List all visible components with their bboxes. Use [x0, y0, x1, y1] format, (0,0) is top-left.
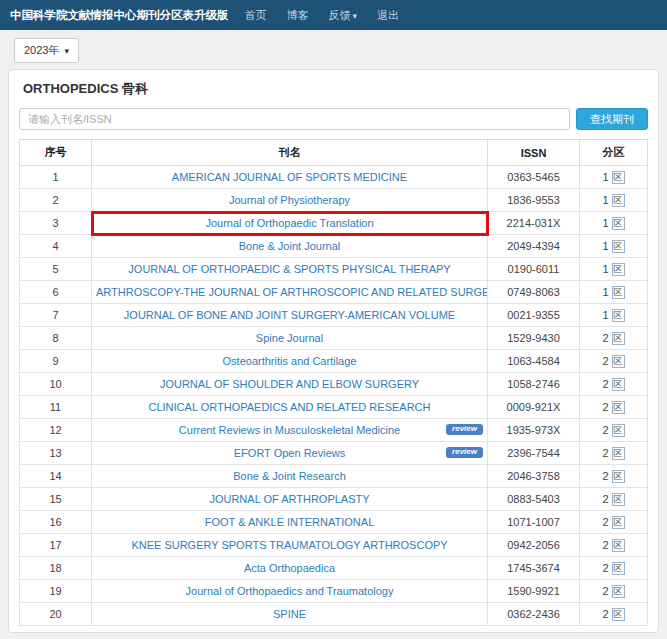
journal-link[interactable]: AMERICAN JOURNAL OF SPORTS MEDICINE — [172, 171, 407, 183]
row-index-cell: 2 — [20, 189, 92, 212]
partition-cell: 1区 — [580, 235, 648, 258]
partition-cell: 2区 — [580, 603, 648, 626]
partition-unit: 区 — [612, 309, 625, 322]
issn-cell: 0942-2056 — [488, 534, 580, 557]
row-index-cell: 12 — [20, 419, 92, 442]
row-index-cell: 8 — [20, 327, 92, 350]
table-row: 7 JOURNAL OF BONE AND JOINT SURGERY-AMER… — [20, 304, 648, 327]
partition-unit: 区 — [612, 240, 625, 253]
table-row: 19 Journal of Orthopaedics and Traumatol… — [20, 580, 648, 603]
journal-link[interactable]: Spine Journal — [256, 332, 323, 344]
search-input[interactable] — [19, 108, 570, 130]
journal-name-cell: Journal of Orthopaedic Translation — [92, 212, 488, 235]
issn-cell: 1063-4584 — [488, 350, 580, 373]
journal-link[interactable]: Current Reviews in Musculoskeletal Medic… — [179, 424, 400, 436]
journal-name-cell: Bone & Joint Research — [92, 465, 488, 488]
journal-name-cell: SPINE — [92, 603, 488, 626]
partition-unit: 区 — [612, 401, 625, 414]
journal-link[interactable]: ARTHROSCOPY-THE JOURNAL OF ARTHROSCOPIC … — [96, 286, 488, 298]
row-index-cell: 10 — [20, 373, 92, 396]
review-badge: review — [446, 447, 483, 458]
issn-cell: 0362-2436 — [488, 603, 580, 626]
issn-cell: 0883-5403 — [488, 488, 580, 511]
navbar-brand[interactable]: 中国科学院文献情报中心期刊分区表升级版 — [10, 8, 229, 23]
journal-link[interactable]: CLINICAL ORTHOPAEDICS AND RELATED RESEAR… — [149, 401, 431, 413]
table-row: 16 FOOT & ANKLE INTERNATIONAL 1071-1007 … — [20, 511, 648, 534]
issn-cell: 1529-9430 — [488, 327, 580, 350]
issn-cell: 1590-9921 — [488, 580, 580, 603]
table-row: 11 CLINICAL ORTHOPAEDICS AND RELATED RES… — [20, 396, 648, 419]
row-index-cell: 20 — [20, 603, 92, 626]
partition-cell: 2区 — [580, 557, 648, 580]
partition-number: 2 — [602, 608, 608, 620]
partition-unit: 区 — [612, 194, 625, 207]
journal-link[interactable]: JOURNAL OF BONE AND JOINT SURGERY-AMERIC… — [124, 309, 455, 321]
top-navbar: 中国科学院文献情报中心期刊分区表升级版 首页 博客 反馈▾ 退出 — [0, 0, 667, 30]
year-selector-button[interactable]: 2023年 ▾ — [14, 38, 79, 63]
table-row: 12 Current Reviews in Musculoskeletal Me… — [20, 419, 648, 442]
nav-item-home[interactable]: 首页 — [245, 8, 267, 23]
journal-name-cell: JOURNAL OF BONE AND JOINT SURGERY-AMERIC… — [92, 304, 488, 327]
issn-cell: 2046-3758 — [488, 465, 580, 488]
search-bar: 查找期刊 — [19, 108, 648, 130]
partition-number: 1 — [602, 240, 608, 252]
partition-unit: 区 — [612, 516, 625, 529]
header-journal-name: 刊名 — [92, 140, 488, 166]
row-index-cell: 11 — [20, 396, 92, 419]
journal-link[interactable]: JOURNAL OF ORTHOPAEDIC & SPORTS PHYSICAL… — [128, 263, 450, 275]
journal-name-cell: EFORT Open Reviews review — [92, 442, 488, 465]
partition-number: 2 — [602, 585, 608, 597]
partition-cell: 2区 — [580, 327, 648, 350]
journal-name-cell: KNEE SURGERY SPORTS TRAUMATOLOGY ARTHROS… — [92, 534, 488, 557]
row-index-cell: 17 — [20, 534, 92, 557]
partition-number: 1 — [602, 217, 608, 229]
partition-cell: 2区 — [580, 442, 648, 465]
issn-cell: 1745-3674 — [488, 557, 580, 580]
journal-link[interactable]: Journal of Orthopaedic Translation — [205, 217, 373, 229]
journal-link[interactable]: JOURNAL OF ARTHROPLASTY — [209, 493, 369, 505]
row-index-cell: 16 — [20, 511, 92, 534]
journal-name-cell: Current Reviews in Musculoskeletal Medic… — [92, 419, 488, 442]
table-row: 3 Journal of Orthopaedic Translation 221… — [20, 212, 648, 235]
partition-number: 2 — [602, 424, 608, 436]
chevron-down-icon: ▾ — [353, 11, 358, 21]
journal-link[interactable]: Journal of Orthopaedics and Traumatology — [186, 585, 394, 597]
row-index-cell: 18 — [20, 557, 92, 580]
journal-table: 序号 刊名 ISSN 分区 1 AMERICAN JOURNAL OF SPOR… — [19, 139, 648, 626]
table-row: 1 AMERICAN JOURNAL OF SPORTS MEDICINE 03… — [20, 166, 648, 189]
journal-link[interactable]: JOURNAL OF SHOULDER AND ELBOW SURGERY — [160, 378, 419, 390]
partition-cell: 2区 — [580, 511, 648, 534]
nav-item-logout[interactable]: 退出 — [377, 8, 399, 23]
journal-link[interactable]: EFORT Open Reviews — [234, 447, 345, 459]
journal-link[interactable]: Bone & Joint Research — [233, 470, 346, 482]
journal-link[interactable]: Osteoarthritis and Cartilage — [223, 355, 357, 367]
journal-link[interactable]: Journal of Physiotherapy — [229, 194, 350, 206]
journal-link[interactable]: KNEE SURGERY SPORTS TRAUMATOLOGY ARTHROS… — [131, 539, 447, 551]
table-row: 5 JOURNAL OF ORTHOPAEDIC & SPORTS PHYSIC… — [20, 258, 648, 281]
table-row: 20 SPINE 0362-2436 2区 — [20, 603, 648, 626]
journal-name-cell: Spine Journal — [92, 327, 488, 350]
table-row: 15 JOURNAL OF ARTHROPLASTY 0883-5403 2区 — [20, 488, 648, 511]
partition-unit: 区 — [612, 539, 625, 552]
partition-cell: 1区 — [580, 189, 648, 212]
nav-item-feedback[interactable]: 反馈▾ — [329, 8, 358, 23]
journal-link[interactable]: FOOT & ANKLE INTERNATIONAL — [205, 516, 375, 528]
partition-number: 1 — [602, 263, 608, 275]
year-selector-label: 2023年 — [24, 44, 59, 56]
journal-link[interactable]: Bone & Joint Journal — [239, 240, 341, 252]
partition-cell: 1区 — [580, 281, 648, 304]
search-journal-button[interactable]: 查找期刊 — [576, 108, 648, 130]
journal-name-cell: JOURNAL OF ARTHROPLASTY — [92, 488, 488, 511]
table-row: 10 JOURNAL OF SHOULDER AND ELBOW SURGERY… — [20, 373, 648, 396]
page-title: ORTHOPEDICS 骨科 — [23, 80, 648, 98]
row-index-cell: 3 — [20, 212, 92, 235]
issn-cell: 2214-031X — [488, 212, 580, 235]
journal-name-cell: CLINICAL ORTHOPAEDICS AND RELATED RESEAR… — [92, 396, 488, 419]
partition-cell: 1区 — [580, 166, 648, 189]
nav-item-blog[interactable]: 博客 — [287, 8, 309, 23]
journal-link[interactable]: Acta Orthopaedica — [244, 562, 335, 574]
header-issn: ISSN — [488, 140, 580, 166]
partition-unit: 区 — [612, 355, 625, 368]
journal-link[interactable]: SPINE — [273, 608, 306, 620]
partition-cell: 2区 — [580, 396, 648, 419]
